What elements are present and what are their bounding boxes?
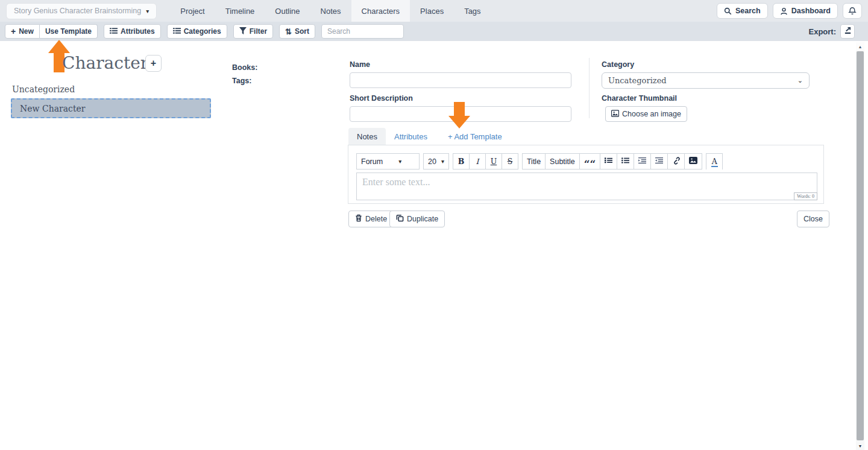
bullet-list-button[interactable]	[617, 153, 634, 170]
link-icon	[672, 157, 680, 166]
new-button[interactable]: + New	[5, 24, 40, 39]
main-nav: Project Timeline Outline Notes Character…	[170, 0, 491, 22]
tab-notes[interactable]: Notes	[348, 128, 386, 145]
tab-add-template[interactable]: + Add Template	[439, 128, 511, 145]
editor-placeholder: Enter some text...	[362, 177, 430, 188]
sort-button[interactable]: ⇅ Sort	[279, 24, 315, 39]
entity-toolbar: + New Use Template Attributes Categories…	[0, 22, 868, 41]
font-color-label: A	[711, 157, 718, 167]
attributes-button-label: Attributes	[121, 27, 155, 36]
export-button[interactable]	[840, 24, 855, 39]
scroll-down-arrow[interactable]: ▼	[856, 442, 864, 450]
funnel-icon	[239, 27, 247, 36]
list-icon	[110, 27, 118, 36]
sort-button-label: Sort	[295, 27, 309, 36]
notes-tab-panel: Forum ▾ 20 ▾ B I U S Title Subtitle ““	[348, 145, 824, 204]
image-icon	[611, 110, 619, 119]
category-select[interactable]: Uncategorized ⌄	[602, 72, 810, 89]
category-label: Category	[602, 60, 810, 69]
indent-icon	[638, 157, 646, 166]
italic-button[interactable]: I	[469, 153, 486, 170]
nav-item-characters[interactable]: Characters	[351, 0, 410, 22]
chevron-down-icon: ▾	[441, 158, 444, 165]
list-icon	[173, 27, 181, 36]
ordered-list-icon	[605, 157, 612, 166]
sidebar-title: Characters	[62, 53, 157, 73]
duplicate-icon	[396, 214, 404, 224]
search-icon	[724, 7, 732, 15]
font-size-select[interactable]: 20 ▾	[423, 153, 449, 170]
subtitle-style-button[interactable]: Subtitle	[545, 153, 580, 170]
nav-item-places[interactable]: Places	[410, 0, 454, 22]
nav-item-notes[interactable]: Notes	[310, 0, 351, 22]
category-select-value: Uncategorized	[608, 76, 667, 85]
underline-button[interactable]: U	[485, 153, 502, 170]
dashboard-button[interactable]: Dashboard	[773, 3, 838, 19]
link-button[interactable]	[667, 153, 685, 170]
vertical-scrollbar[interactable]: ▲ ▼	[856, 42, 864, 450]
search-button[interactable]: Search	[717, 3, 768, 19]
outdent-button[interactable]	[650, 153, 668, 170]
chevron-down-icon: ▾	[146, 8, 149, 14]
column-divider	[589, 58, 590, 118]
title-style-button[interactable]: Title	[522, 153, 546, 170]
character-list-item[interactable]: New Character	[11, 98, 211, 118]
use-template-label: Use Template	[45, 27, 92, 36]
category-group-label: Uncategorized	[12, 84, 75, 94]
export-label: Export:	[809, 27, 837, 36]
user-icon	[780, 7, 788, 15]
categories-button-label: Categories	[184, 27, 221, 36]
plus-icon: +	[11, 27, 16, 36]
short-description-label: Short Description	[350, 94, 571, 103]
indent-button[interactable]	[634, 153, 651, 170]
use-template-button[interactable]: Use Template	[40, 24, 98, 39]
sort-icon: ⇅	[285, 27, 292, 36]
name-label: Name	[350, 60, 571, 69]
bold-button[interactable]: B	[453, 153, 470, 170]
project-selector[interactable]: Story Genius Character Brainstorming ▾	[6, 3, 157, 19]
font-family-select[interactable]: Forum ▾	[356, 153, 420, 170]
scroll-up-arrow[interactable]: ▲	[856, 42, 864, 51]
word-count-badge: Words: 0	[794, 192, 817, 200]
strikethrough-button[interactable]: S	[502, 153, 518, 170]
trash-icon	[355, 214, 362, 224]
tags-label: Tags:	[232, 77, 251, 85]
close-button[interactable]: Close	[797, 211, 829, 227]
nav-item-tags[interactable]: Tags	[454, 0, 491, 22]
choose-image-label: Choose an image	[622, 110, 681, 118]
bullet-list-icon	[621, 157, 629, 166]
new-button-label: New	[19, 27, 34, 36]
orange-arrow-down-annotation	[448, 102, 470, 128]
dashboard-button-label: Dashboard	[791, 7, 831, 15]
notifications-button[interactable]	[843, 3, 862, 19]
books-label: Books:	[232, 63, 257, 72]
insert-image-button[interactable]	[684, 153, 702, 170]
filter-button-label: Filter	[250, 27, 267, 36]
ordered-list-button[interactable]	[600, 153, 617, 170]
nav-item-project[interactable]: Project	[170, 0, 215, 22]
filter-button[interactable]: Filter	[233, 24, 273, 39]
editor-text-area[interactable]: Enter some text... Words: 0	[356, 173, 817, 200]
blockquote-button[interactable]: ““	[579, 153, 601, 170]
top-nav-bar: Story Genius Character Brainstorming ▾ P…	[0, 0, 868, 22]
attributes-button[interactable]: Attributes	[104, 24, 161, 39]
nav-item-outline[interactable]: Outline	[265, 0, 310, 22]
project-selector-label: Story Genius Character Brainstorming	[14, 7, 141, 15]
font-color-button[interactable]: A	[706, 153, 723, 170]
delete-button[interactable]: Delete	[348, 211, 394, 227]
chevron-down-icon: ▾	[398, 158, 401, 165]
choose-image-button[interactable]: Choose an image	[605, 106, 687, 122]
nav-item-timeline[interactable]: Timeline	[215, 0, 265, 22]
duplicate-button[interactable]: Duplicate	[389, 211, 445, 227]
add-character-button[interactable]: +	[145, 55, 162, 72]
name-input[interactable]	[350, 72, 571, 88]
image-icon	[689, 157, 697, 166]
categories-button[interactable]: Categories	[167, 24, 227, 39]
scrollbar-thumb[interactable]	[857, 51, 864, 440]
toolbar-search-input[interactable]	[321, 24, 404, 39]
tab-attributes[interactable]: Attributes	[386, 128, 436, 145]
outdent-icon	[655, 157, 663, 166]
duplicate-button-label: Duplicate	[407, 215, 438, 223]
bell-icon	[848, 7, 857, 15]
new-button-group: + New Use Template	[5, 24, 98, 39]
